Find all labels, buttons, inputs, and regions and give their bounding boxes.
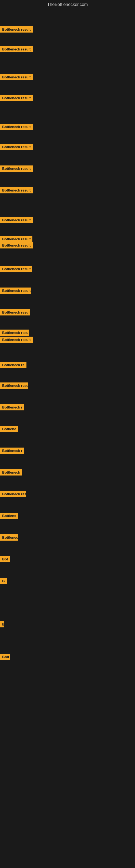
bottleneck-label: Bot xyxy=(0,556,10,562)
bottleneck-label: Bottlene xyxy=(0,426,18,432)
bottleneck-label: Bottleneck result xyxy=(0,46,33,52)
bottleneck-result-item: Bottlene xyxy=(0,426,18,433)
bottleneck-result-item: Bottleneck xyxy=(0,469,22,476)
bottleneck-label: Bottleneck result xyxy=(0,95,33,101)
bottleneck-label: Bottleneck result xyxy=(0,217,33,223)
bottleneck-label: Bottleneck result xyxy=(0,382,28,389)
bottleneck-label: Bottleneck result xyxy=(0,124,33,130)
bottleneck-result-item: Bottleneck result xyxy=(0,266,32,273)
bottleneck-result-item: Bottleneck re xyxy=(0,362,27,369)
bottleneck-label: B xyxy=(0,621,4,627)
bottleneck-result-item: Bot xyxy=(0,556,10,563)
bottleneck-label: Bottleneck result xyxy=(0,144,33,150)
bottleneck-label: Bottleneck result xyxy=(0,26,33,33)
bottleneck-label: Bottleneck result xyxy=(0,266,32,272)
bottleneck-label: Bottleneck result xyxy=(0,337,33,343)
bottleneck-result-item: Bottleneck xyxy=(0,534,18,542)
bottleneck-label: Bottleneck result xyxy=(0,165,33,172)
bottleneck-result-item: Bottleneck res xyxy=(0,491,26,498)
site-title: TheBottlenecker.com xyxy=(0,0,135,8)
bottleneck-label: Bottleneck result xyxy=(0,242,33,248)
bottleneck-result-item: Bottleneck r xyxy=(0,447,24,455)
bottleneck-label: Bottleneck result xyxy=(0,187,33,193)
bottleneck-label: Bottlens xyxy=(0,513,18,519)
bottleneck-label: Bottleneck result xyxy=(0,74,33,80)
bottleneck-result-item: Bottleneck result xyxy=(0,242,33,250)
bottleneck-label: Bottleneck xyxy=(0,534,18,540)
bottleneck-result-item: Bottleneck result xyxy=(0,26,33,34)
bottleneck-result-item: Bottleneck result xyxy=(0,46,33,54)
bottleneck-label: Bott xyxy=(0,654,10,660)
bottleneck-result-item: Bottleneck result xyxy=(0,187,33,194)
bottleneck-label: Bottleneck result xyxy=(0,309,30,315)
bottleneck-result-item: Bottleneck result xyxy=(0,337,33,344)
bottleneck-label: Bottleneck r xyxy=(0,404,24,410)
bottleneck-label: Bottleneck result xyxy=(0,236,32,242)
bottleneck-label: Bottleneck result xyxy=(0,330,29,336)
bottleneck-result-item: Bottlens xyxy=(0,513,18,520)
bottleneck-result-item: Bottleneck result xyxy=(0,144,33,151)
bottleneck-result-item: Bott xyxy=(0,654,10,661)
bottleneck-result-item: B xyxy=(0,578,7,585)
bottleneck-result-item: Bottleneck result xyxy=(0,95,33,102)
bottleneck-label: Bottleneck res xyxy=(0,491,26,497)
bottleneck-result-item: Bottleneck result xyxy=(0,382,28,390)
bottleneck-result-item: B xyxy=(0,621,4,628)
bottleneck-label: Bottleneck xyxy=(0,469,22,475)
bottleneck-result-item: Bottleneck result xyxy=(0,124,33,131)
bottleneck-result-item: Bottleneck result xyxy=(0,330,29,337)
bottleneck-result-item: Bottleneck result xyxy=(0,74,33,82)
bottleneck-result-item: Bottleneck result xyxy=(0,309,30,316)
bottleneck-result-item: Bottleneck result xyxy=(0,217,33,224)
bottleneck-result-item: Bottleneck result xyxy=(0,287,31,295)
bottleneck-label: Bottleneck r xyxy=(0,447,24,454)
bottleneck-label: Bottleneck result xyxy=(0,287,31,294)
bottleneck-label: Bottleneck re xyxy=(0,362,27,368)
bottleneck-result-item: Bottleneck result xyxy=(0,165,33,173)
bottleneck-label: B xyxy=(0,578,7,584)
bottleneck-result-item: Bottleneck r xyxy=(0,404,24,411)
